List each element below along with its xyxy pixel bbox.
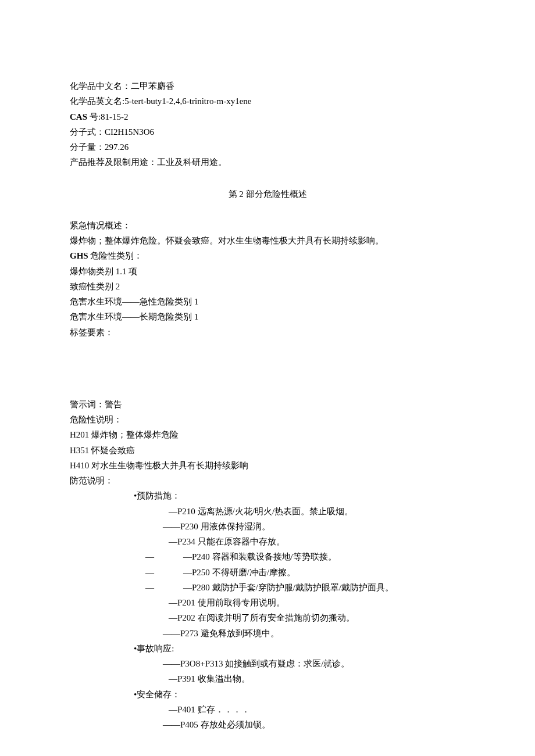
emergency-text: 爆炸物；整体爆炸危险。怀疑会致癌。对水生生物毒性极大并具有长期持续影响。 bbox=[70, 233, 465, 248]
document-page: 化学品中文名：二甲苯麝香 化学品英文名:5-tert-buty1-2,4,6-t… bbox=[0, 0, 535, 756]
ghs-cat-2: 致癌性类别 2 bbox=[70, 279, 465, 294]
formula-label: 分子式： bbox=[70, 127, 105, 137]
prevention-label: •预防措施： bbox=[70, 488, 465, 503]
label-elements: 标签要素： bbox=[70, 325, 465, 340]
ghs-cat-1: 爆炸物类别 1.1 项 bbox=[70, 264, 465, 279]
ghs-suffix: 危险性类别： bbox=[88, 251, 143, 260]
p210: —P210 远离热源/火花/明火/热表面。禁止吸烟。 bbox=[70, 504, 465, 519]
h351: H351 怀疑会致癌 bbox=[70, 443, 465, 458]
section-2-title: 第 2 部分危险性概述 bbox=[70, 187, 465, 202]
p308: ——P3O8+P313 如接触到或有疑虑：求医/就诊。 bbox=[70, 656, 465, 671]
p250-row: ——P250 不得研磨/冲击/摩擦。 bbox=[70, 565, 465, 580]
cn-name-value: 二甲苯麝香 bbox=[131, 81, 174, 91]
h410: H410 对水生生物毒性极大并具有长期持续影响 bbox=[70, 458, 465, 473]
formula-value: CI2H15N3O6 bbox=[105, 127, 154, 137]
h201: H201 爆炸物；整体爆炸危险 bbox=[70, 427, 465, 442]
p250-dash: — bbox=[145, 568, 154, 577]
cn-name-row: 化学品中文名：二甲苯麝香 bbox=[70, 78, 465, 94]
en-name-label: 化学品英文名: bbox=[70, 96, 124, 106]
hazard-stmt-label: 危险性说明： bbox=[70, 412, 465, 427]
p202: —P202 在阅读并明了所有安全措施前切勿搬动。 bbox=[70, 610, 465, 625]
use-text: 产品推荐及限制用途：工业及科研用途。 bbox=[70, 157, 227, 167]
cas-row: CAS 号:81-15-2 bbox=[70, 109, 465, 124]
p240-row: ——P240 容器和装载设备接地/等势联接。 bbox=[70, 549, 465, 564]
ghs-cat-4: 危害水生环境——长期危险类别 1 bbox=[70, 309, 465, 324]
p391: —P391 收集溢出物。 bbox=[70, 671, 465, 686]
emergency-label: 紧急情况概述： bbox=[70, 218, 465, 233]
mw-label: 分子量： bbox=[70, 142, 105, 152]
signal-word: 警示词：警告 bbox=[70, 397, 465, 412]
ghs-label: GHS bbox=[70, 251, 88, 260]
mw-value: 297.26 bbox=[105, 142, 129, 152]
cas-label: CAS bbox=[70, 112, 87, 121]
p405: ——P405 存放处必须加锁。 bbox=[70, 717, 465, 732]
mw-row: 分子量：297.26 bbox=[70, 139, 465, 155]
p273: ——P273 避免释放到环境中。 bbox=[70, 626, 465, 641]
use-row: 产品推荐及限制用途：工业及科研用途。 bbox=[70, 155, 465, 170]
p250: —P250 不得研磨/冲击/摩擦。 bbox=[183, 568, 295, 577]
p280-dash: — bbox=[145, 583, 154, 592]
ghs-row: GHS 危险性类别： bbox=[70, 248, 465, 263]
cas-suffix: 号: bbox=[87, 112, 101, 121]
ghs-cat-3: 危害水生环境——急性危险类别 1 bbox=[70, 294, 465, 309]
p201: —P201 使用前取得专用说明。 bbox=[70, 595, 465, 610]
p230: ——P230 用液体保持湿润。 bbox=[70, 519, 465, 534]
p280-row: ——P280 戴防护手套/穿防护服/戴防护眼罩/戴防护面具。 bbox=[70, 580, 465, 595]
storage-label: •安全储存： bbox=[70, 687, 465, 702]
p234: —P234 只能在原容器中存放。 bbox=[70, 534, 465, 549]
formula-row: 分子式：CI2H15N3O6 bbox=[70, 124, 465, 139]
p401: —P401 贮存．．．． bbox=[70, 702, 465, 717]
p280: —P280 戴防护手套/穿防护服/戴防护眼罩/戴防护面具。 bbox=[183, 583, 394, 592]
p240: —P240 容器和装载设备接地/等势联接。 bbox=[183, 552, 337, 561]
en-name-value: 5-tert-buty1-2,4,6-trinitro-m-xy1ene bbox=[124, 96, 251, 106]
response-label: •事故响应: bbox=[70, 641, 465, 656]
cn-name-label: 化学品中文名： bbox=[70, 81, 131, 91]
en-name-row: 化学品英文名:5-tert-buty1-2,4,6-trinitro-m-xy1… bbox=[70, 94, 465, 109]
p240-dash: — bbox=[145, 552, 154, 561]
cas-value: 81-15-2 bbox=[101, 112, 129, 121]
precaution-label: 防范说明： bbox=[70, 473, 465, 488]
